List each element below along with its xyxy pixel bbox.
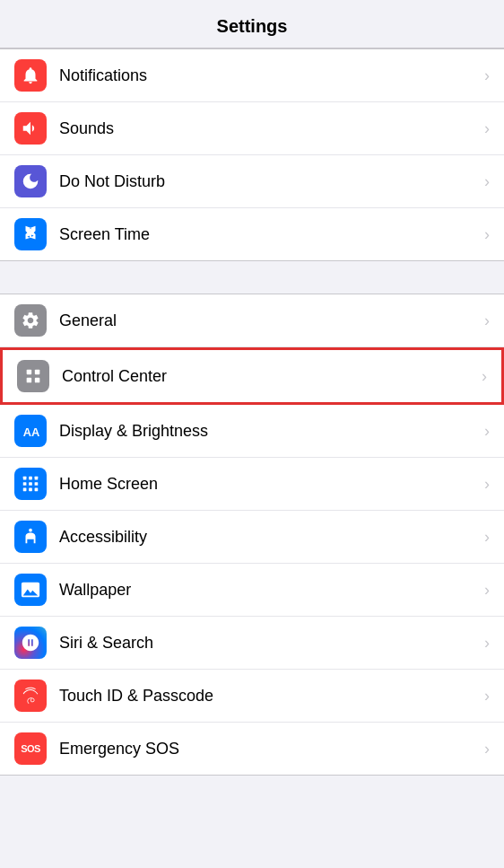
sos-text: SOS [21,743,40,754]
svg-rect-10 [35,482,39,486]
emergency-sos-icon: SOS [14,732,47,765]
settings-row-touch-id[interactable]: Touch ID & Passcode › [0,670,504,723]
home-screen-icon [14,468,47,500]
touch-id-icon [14,679,47,712]
section-2: General › Control Center › AA Display & … [0,294,504,776]
do-not-disturb-icon [14,165,47,197]
touch-id-label: Touch ID & Passcode [59,687,477,706]
settings-row-sounds[interactable]: Sounds › [0,102,504,155]
svg-rect-1 [35,370,40,375]
screen-time-icon [14,218,47,250]
settings-row-siri-search[interactable]: Siri & Search › [0,617,504,670]
control-center-icon [17,360,49,392]
control-center-label: Control Center [62,367,474,386]
svg-point-14 [29,529,32,532]
home-screen-label: Home Screen [59,475,477,494]
siri-icon [14,627,47,659]
settings-row-screen-time[interactable]: Screen Time › [0,208,504,260]
accessibility-chevron: › [484,528,490,547]
general-chevron: › [484,311,490,330]
emergency-sos-chevron: › [484,740,490,758]
notifications-chevron: › [484,66,490,85]
home-screen-chevron: › [484,475,490,494]
screen-time-label: Screen Time [59,225,477,244]
accessibility-label: Accessibility [59,528,477,547]
sounds-label: Sounds [59,119,477,138]
svg-text:AA: AA [23,425,40,439]
wallpaper-chevron: › [484,581,490,600]
do-not-disturb-label: Do Not Disturb [59,172,477,191]
settings-row-display-brightness[interactable]: AA Display & Brightness › [0,405,504,458]
sounds-icon [14,112,47,145]
settings-row-control-center[interactable]: Control Center › [0,347,504,405]
page-title: Settings [0,0,504,48]
settings-row-emergency-sos[interactable]: SOS Emergency SOS › [0,723,504,775]
svg-rect-12 [29,488,32,492]
svg-rect-8 [23,482,27,486]
wallpaper-label: Wallpaper [59,581,477,600]
svg-rect-3 [35,378,40,383]
section-1: Notifications › Sounds › Do Not Disturb … [0,48,504,261]
siri-search-chevron: › [484,634,490,653]
svg-rect-2 [27,378,32,383]
display-brightness-icon: AA [14,415,47,447]
do-not-disturb-chevron: › [484,172,490,191]
settings-row-do-not-disturb[interactable]: Do Not Disturb › [0,155,504,208]
svg-rect-6 [29,477,32,480]
display-brightness-chevron: › [484,422,490,441]
svg-rect-0 [27,370,32,375]
svg-rect-11 [23,488,27,492]
sounds-chevron: › [484,119,490,138]
svg-rect-13 [35,488,39,492]
svg-rect-5 [23,477,27,480]
notifications-label: Notifications [59,66,477,85]
settings-row-accessibility[interactable]: Accessibility › [0,511,504,564]
emergency-sos-label: Emergency SOS [59,740,477,758]
screen-time-chevron: › [484,225,490,244]
siri-search-label: Siri & Search [59,634,477,653]
wallpaper-icon [14,574,47,606]
svg-rect-7 [35,477,39,480]
general-label: General [59,311,477,330]
notifications-icon [14,59,47,92]
svg-rect-9 [29,482,32,486]
settings-row-notifications[interactable]: Notifications › [0,49,504,102]
control-center-chevron: › [482,367,487,386]
settings-row-general[interactable]: General › [0,294,504,347]
section-gap-1 [0,261,504,294]
settings-row-wallpaper[interactable]: Wallpaper › [0,564,504,617]
display-brightness-label: Display & Brightness [59,422,477,441]
general-icon [14,304,47,337]
accessibility-icon [14,521,47,553]
settings-row-home-screen[interactable]: Home Screen › [0,458,504,511]
touch-id-chevron: › [484,687,490,706]
